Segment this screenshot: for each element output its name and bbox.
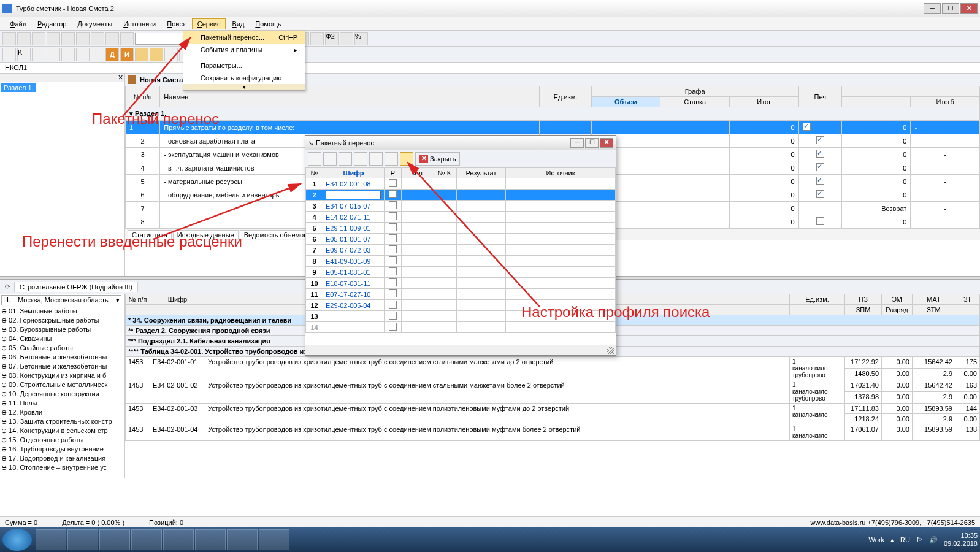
dlg-row[interactable]: 6Е05-01-001-07 xyxy=(306,234,616,245)
tree-item[interactable]: ⊕ 04. Скважины xyxy=(0,334,124,343)
t2-2[interactable] xyxy=(32,48,45,61)
rate-row[interactable]: 1453Е34-02-001-03Устройство трубопроводо… xyxy=(126,404,980,414)
t2-5[interactable] xyxy=(76,48,90,61)
dlg-row[interactable]: 10Е18-07-031-11 xyxy=(306,278,616,289)
rate-row[interactable]: 1453Е34-02-001-02Устройство трубопроводо… xyxy=(126,380,980,392)
tree-item[interactable]: ⊕ 17. Водопровод и канализация - xyxy=(0,454,124,463)
tool-star[interactable] xyxy=(340,32,353,45)
t2-3[interactable] xyxy=(47,48,60,61)
grid-row[interactable]: 1Прямые затраты по разделу, в том числе:… xyxy=(126,121,980,134)
menu-Файл[interactable]: Файл xyxy=(5,19,31,29)
tool-paste[interactable] xyxy=(91,32,104,45)
dlg-row[interactable]: 8Е41-09-001-09 xyxy=(306,256,616,267)
tb-chrome[interactable] xyxy=(163,529,194,550)
t2-9[interactable] xyxy=(164,48,178,61)
tray-clock[interactable]: 10:3509.02.2018 xyxy=(944,532,978,548)
menu-Помощь[interactable]: Помощь xyxy=(250,19,286,29)
tree-item[interactable]: ⊕ 01. Земляные работы xyxy=(0,307,124,316)
rate-row[interactable]: 1453Е34-02-001-04Устройство трубопроводо… xyxy=(126,424,980,437)
tool-phi[interactable]: Φ2 xyxy=(325,32,339,45)
tb-app3[interactable] xyxy=(131,529,162,550)
dlg-row[interactable]: 2 xyxy=(306,190,616,201)
tool-b[interactable] xyxy=(310,32,324,45)
menuitem-3[interactable]: Сохранить конфигурацию xyxy=(183,72,305,84)
tree-item[interactable]: ⊕ 07. Бетонные и железобетонны xyxy=(0,362,124,371)
tree-item[interactable]: ⊕ 13. Защита строительных констр xyxy=(0,417,124,426)
tb-explorer[interactable] xyxy=(36,529,66,550)
tree-item[interactable]: ⊕ 10. Деревянные конструкции xyxy=(0,389,124,399)
sheet-tab-2[interactable]: Ведомость объемов xyxy=(240,230,312,239)
tree-item[interactable]: ⊕ 09. Строительные металлическ xyxy=(0,380,124,389)
minimize-button[interactable]: ─ xyxy=(924,3,941,14)
dlg-row[interactable]: 11Е07-17-027-10 xyxy=(306,289,616,300)
tb-word[interactable] xyxy=(227,529,258,550)
menu-Вид[interactable]: Вид xyxy=(227,19,249,29)
dlg-tool-2[interactable] xyxy=(323,152,337,166)
menuitem-2[interactable]: Параметры... xyxy=(183,59,305,72)
tree-item[interactable]: ⊕ 15. Отделочные работы xyxy=(0,435,124,445)
dlg-row[interactable]: 7Е09-07-072-03 xyxy=(306,245,616,256)
dlg-row[interactable]: 1Е34-02-001-08 xyxy=(306,178,616,190)
t2-7[interactable] xyxy=(135,48,148,61)
tool-percent[interactable]: % xyxy=(354,32,368,45)
tree-item[interactable]: ⊕ 11. Полы xyxy=(0,399,124,408)
t2-k[interactable]: K xyxy=(17,48,31,61)
tree-item[interactable]: ⊕ 05. Свайные работы xyxy=(0,343,124,353)
t2-4[interactable] xyxy=(61,48,75,61)
tree-close-icon[interactable]: ✕ xyxy=(118,74,123,82)
tree-item[interactable]: ⊕ 03. Буровзрывные работы xyxy=(0,325,124,334)
menu-Сервис[interactable]: Сервис xyxy=(192,18,226,29)
tree-item[interactable]: ⊕ 16. Трубопроводы внутренние xyxy=(0,445,124,454)
dlg-min[interactable]: ─ xyxy=(570,138,584,148)
dlg-row[interactable]: 5Е29-11-009-01 xyxy=(306,223,616,234)
start-button[interactable] xyxy=(2,529,32,551)
menuitem-0[interactable]: Пакетный перенос...Ctrl+P xyxy=(183,31,305,44)
t2-8[interactable] xyxy=(150,48,163,61)
tree-item[interactable]: ⊕ 06. Бетонные и железобетонны xyxy=(0,353,124,362)
oerzh-tab[interactable]: Строительные ОЕРЖ (Подрайон III) xyxy=(14,282,138,292)
tb-app2[interactable] xyxy=(99,529,130,550)
tool-save[interactable] xyxy=(32,32,45,45)
dlg-tool-6[interactable] xyxy=(385,152,398,166)
tree-selected-node[interactable]: Раздел 1. xyxy=(1,83,36,92)
dlg-close-button[interactable]: ✕Закрыть xyxy=(415,152,460,166)
tb-1c[interactable] xyxy=(195,529,226,550)
dlg-tool-3[interactable] xyxy=(339,152,352,166)
dlg-max[interactable]: ☐ xyxy=(585,138,599,148)
tree-item[interactable]: ⊕ 18. Отопление – внутренние ус xyxy=(0,463,124,472)
tool-new[interactable] xyxy=(2,32,16,45)
maximize-button[interactable]: ☐ xyxy=(942,3,959,14)
menu-Редактор[interactable]: Редактор xyxy=(33,19,71,29)
code-input[interactable] xyxy=(326,191,381,199)
menu-Поиск[interactable]: Поиск xyxy=(162,19,190,29)
tool-undo[interactable] xyxy=(105,32,119,45)
dlg-tool-1[interactable] xyxy=(308,152,321,166)
dlg-close[interactable]: ✕ xyxy=(600,138,613,148)
tree-item[interactable]: ⊕ 02. Горновскрышные работы xyxy=(0,316,124,325)
t2-1[interactable] xyxy=(2,48,16,61)
col-vol[interactable]: Объем xyxy=(591,97,660,107)
tool-copy[interactable] xyxy=(76,32,90,45)
menuitem-1[interactable]: События и плагины xyxy=(183,44,305,56)
tool-redo[interactable] xyxy=(120,32,134,45)
tool-print[interactable] xyxy=(47,32,60,45)
t2-6[interactable] xyxy=(91,48,104,61)
tool-open[interactable] xyxy=(17,32,31,45)
t2-d[interactable]: Д xyxy=(105,48,119,61)
close-button[interactable]: ✕ xyxy=(960,3,978,14)
region-combo[interactable]: III. г. Москва, Московская область▾ xyxy=(1,295,121,305)
tray-flag-icon[interactable]: 🏳 xyxy=(916,536,923,543)
dlg-row[interactable]: 3Е34-07-015-07 xyxy=(306,201,616,212)
tb-app4[interactable] xyxy=(259,529,289,550)
dlg-row[interactable]: 4Е14-02-071-11 xyxy=(306,212,616,223)
dlg-tool-4[interactable] xyxy=(354,152,367,166)
tree-item[interactable]: ⊕ 12. Кровли xyxy=(0,408,124,417)
tool-cut[interactable] xyxy=(61,32,75,45)
dlg-tool-settings[interactable] xyxy=(400,152,413,166)
doc-tab[interactable]: Новая Смета xyxy=(140,76,183,83)
dlg-tool-5[interactable] xyxy=(369,152,383,166)
dlg-row[interactable]: 9Е05-01-081-01 xyxy=(306,267,616,278)
dlg-row[interactable]: 14 xyxy=(306,322,616,333)
tray-lang[interactable]: RU xyxy=(900,536,910,543)
dialog-resizer[interactable] xyxy=(607,347,614,354)
